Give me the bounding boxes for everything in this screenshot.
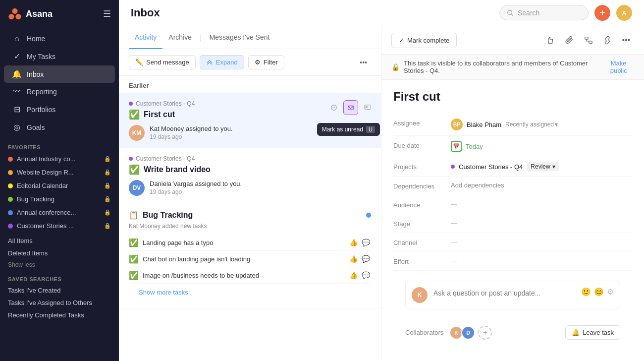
tab-archive[interactable]: Archive [162, 26, 198, 49]
sidebar-item-home[interactable]: ⌂ Home [4, 30, 115, 47]
lock-icon: 🔒 [104, 209, 111, 216]
recently-assigned-dropdown[interactable]: Recently assigned ▾ [505, 121, 558, 128]
sidebar-favorites-item[interactable]: Bug Tracking 🔒 [0, 192, 119, 206]
detail-title: First cut [393, 90, 632, 104]
comment-icon-row: 🙂 😊 ⚙ [581, 287, 614, 297]
thumbs-up-icon[interactable]: 👍 [348, 254, 359, 264]
sidebar-item-reporting[interactable]: 〰 Reporting [4, 83, 115, 100]
comment-area: K 🙂 😊 ⚙ [405, 281, 620, 309]
recently-assigned-text: Recently assigned [505, 121, 554, 128]
lock-icon: 🔒 [104, 156, 111, 162]
sidebar-item-goals[interactable]: ◎ Goals [4, 119, 115, 136]
mark-unread-icon [347, 104, 354, 111]
link-button[interactable] [599, 32, 615, 48]
make-public-button[interactable]: Make public [603, 60, 634, 74]
svg-line-4 [512, 14, 513, 16]
thumbs-up-icon[interactable]: 👍 [348, 270, 359, 280]
inbox-item-first-cut[interactable]: Customer Stories - Q4 ✅ First cut KM Kat… [119, 93, 381, 148]
all-items-link[interactable]: All Items [0, 235, 119, 247]
project-name: Customer Stories - Q4 [459, 163, 523, 171]
add-button[interactable]: + [594, 5, 610, 21]
sidebar-item-inbox[interactable]: 🔔 Inbox [4, 65, 115, 83]
calendar-icon: 📅 [451, 141, 462, 152]
review-badge[interactable]: Review ▾ [527, 162, 559, 171]
deleted-items-link[interactable]: Deleted Items [0, 247, 119, 259]
fav-label: Customer Stories ... [17, 222, 100, 230]
detail-field-channel: Channel — [393, 233, 632, 252]
comment-input[interactable] [433, 287, 575, 299]
add-collaborator-button[interactable]: + [478, 326, 492, 340]
dismiss-action-button[interactable] [360, 100, 375, 115]
home-icon: ⌂ [12, 34, 22, 43]
bt-title-row: 📋 Bug Tracking [129, 210, 193, 220]
bt-added-text: Kat Mooney added new tasks [129, 223, 371, 230]
hamburger-icon[interactable]: ☰ [103, 8, 111, 19]
item-title-text: Write brand video [144, 165, 211, 174]
sidebar-favorites-item[interactable]: Website Design R... 🔒 [0, 166, 119, 179]
mark-complete-button[interactable]: ✓ Mark complete [391, 33, 457, 48]
like-button[interactable] [543, 32, 559, 48]
expand-button[interactable]: Expand [200, 55, 244, 69]
tab-messages-sent[interactable]: Messages I've Sent [204, 26, 276, 49]
sidebar-favorites-item[interactable]: Annual Industry co... 🔒 [0, 152, 119, 166]
svg-rect-8 [585, 37, 588, 40]
thumbs-up-icon[interactable]: 👍 [348, 238, 359, 247]
main-content: Inbox Search + A Activity Archive | Mess… [119, 0, 644, 361]
sidebar-favorites-item[interactable]: Customer Stories ... 🔒 [0, 219, 119, 233]
sidebar-item-portfolios[interactable]: ⊟ Portfolios [4, 101, 115, 118]
sidebar-item-label: Inbox [27, 70, 44, 78]
due-date-value[interactable]: 📅 Today [451, 141, 632, 152]
task-label: Image on /business needs to be updated [143, 272, 348, 279]
fav-label: Bug Tracking [17, 195, 100, 203]
task-label: Chat bot on landing page isn't loading [143, 255, 348, 263]
mark-unread-action-button[interactable] [343, 100, 358, 115]
comment-input-row: K 🙂 😊 ⚙ [412, 287, 614, 303]
reaction-icon[interactable]: 😊 [594, 287, 604, 297]
assignee-value: BP Blake Pham Recently assigned ▾ [451, 119, 632, 130]
sidebar-item-label: Home [27, 35, 45, 43]
add-dependencies-link[interactable]: Add dependencies [451, 181, 504, 189]
inbox-item-write-brand-video[interactable]: Customer Stories - Q4 ✅ Write brand vide… [119, 148, 381, 203]
inbox-item-bug-tracking[interactable]: 📋 Bug Tracking Kat Mooney added new task… [119, 203, 381, 308]
detail-panel: ✓ Mark complete [381, 26, 644, 361]
like-icon [330, 104, 337, 111]
paperclip-icon [565, 36, 574, 45]
sidebar-favorites-item[interactable]: Editorial Calendar 🔒 [0, 179, 119, 192]
reporting-icon: 〰 [12, 87, 22, 96]
comment-icon[interactable]: 💬 [361, 254, 371, 264]
leave-task-button[interactable]: 🔔 Leave task [565, 325, 620, 340]
assignee-avatar: DV [129, 180, 145, 196]
saved-search-item[interactable]: Tasks I've Created [0, 284, 119, 297]
bt-header: 📋 Bug Tracking [129, 210, 371, 220]
saved-search-item[interactable]: Tasks I've Assigned to Others [0, 297, 119, 309]
filter-button[interactable]: ⚙ Filter [248, 55, 284, 69]
privacy-text: This task is visible to its collaborator… [404, 60, 603, 74]
sidebar-favorites-item[interactable]: Annual conference... 🔒 [0, 206, 119, 219]
task-check-icon: ✅ [129, 254, 139, 264]
attach-button[interactable] [562, 32, 578, 48]
show-more-tasks-link[interactable]: Show more tasks [129, 284, 371, 301]
fav-dot [8, 210, 13, 215]
send-message-button[interactable]: ✏️ Send message [129, 55, 196, 69]
svg-rect-6 [348, 106, 354, 110]
more-options-detail-button[interactable]: ••• [618, 32, 634, 48]
tab-activity[interactable]: Activity [129, 26, 162, 49]
project-dot [129, 102, 133, 106]
unread-dot [366, 213, 371, 218]
audience-value: — [451, 200, 632, 208]
search-box[interactable]: Search [499, 5, 589, 20]
user-avatar[interactable]: A [616, 5, 632, 21]
at-icon[interactable]: ⚙ [607, 287, 614, 297]
sidebar-item-my-tasks[interactable]: ✓ My Tasks [4, 48, 115, 65]
comment-icon[interactable]: 💬 [361, 238, 371, 247]
detail-field-projects: Projects Customer Stories - Q4 Review ▾ [393, 157, 632, 177]
show-less-link[interactable]: Show less [0, 259, 119, 270]
subtask-button[interactable] [581, 32, 596, 48]
saved-search-item[interactable]: Recently Completed Tasks [0, 309, 119, 321]
more-options-button[interactable]: ••• [356, 57, 371, 68]
emoji-icon[interactable]: 🙂 [581, 287, 591, 297]
mark-unread-tooltip: Mark as unread U [317, 123, 380, 136]
review-text: Review [531, 163, 550, 170]
comment-icon[interactable]: 💬 [361, 270, 371, 280]
like-action-button[interactable] [326, 100, 341, 115]
